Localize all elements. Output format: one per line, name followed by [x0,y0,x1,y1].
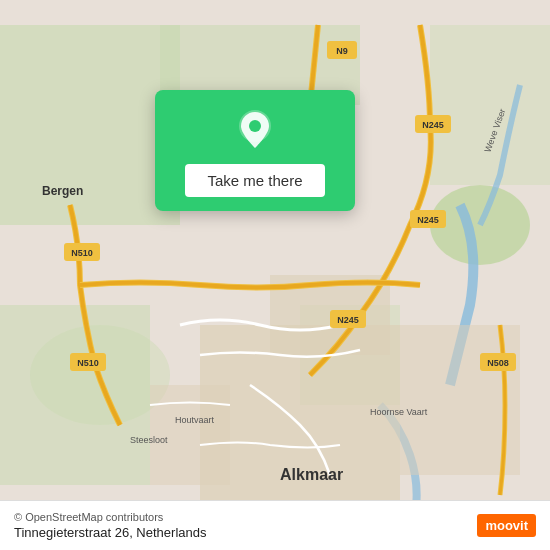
svg-text:N245: N245 [422,120,444,130]
bottom-left-info: © OpenStreetMap contributors Tinnegieter… [14,511,206,540]
map-svg: N9 N245 N245 N245 N510 N510 N508 Bergen … [0,0,550,550]
svg-text:Alkmaar: Alkmaar [280,466,343,483]
svg-text:N510: N510 [71,248,93,258]
map-container: N9 N245 N245 N245 N510 N510 N508 Bergen … [0,0,550,550]
svg-text:N510: N510 [77,358,99,368]
location-pin-icon [233,108,277,152]
copyright-text: © OpenStreetMap contributors [14,511,206,523]
svg-text:N508: N508 [487,358,509,368]
svg-text:Bergen: Bergen [42,184,83,198]
address-text: Tinnegieterstraat 26, Netherlands [14,525,206,540]
svg-text:Hoornse Vaart: Hoornse Vaart [370,407,428,417]
moovit-logo-box: moovit [477,514,536,537]
svg-text:Steesloot: Steesloot [130,435,168,445]
svg-rect-3 [430,25,550,185]
svg-point-35 [249,120,261,132]
svg-text:N245: N245 [337,315,359,325]
svg-text:N245: N245 [417,215,439,225]
svg-text:N9: N9 [336,46,348,56]
bottom-bar: © OpenStreetMap contributors Tinnegieter… [0,500,550,550]
svg-rect-1 [0,25,180,225]
location-card: Take me there [155,90,355,211]
moovit-logo: moovit [477,514,536,537]
take-me-there-button[interactable]: Take me there [185,164,324,197]
svg-text:Houtvaart: Houtvaart [175,415,215,425]
